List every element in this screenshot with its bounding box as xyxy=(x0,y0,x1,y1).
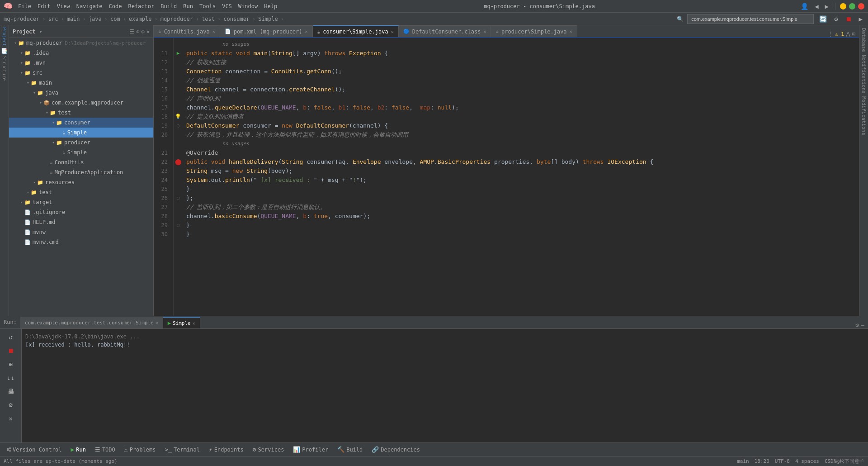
tree-item[interactable]: ▾📁producer xyxy=(9,138,153,147)
tab-consumer-simple[interactable]: ☕ consumer\Simple.java ✕ xyxy=(313,25,399,37)
tree-item[interactable]: ▾📁.idea xyxy=(9,48,153,58)
tab-default-consumer[interactable]: 🔵 DefaultConsumer.class ✕ xyxy=(399,25,491,37)
bulb-gutter-icon[interactable]: 💡 xyxy=(175,112,181,121)
tab-close-connutils[interactable]: ✕ xyxy=(212,29,215,34)
locate-icon[interactable]: ⊕ xyxy=(136,29,139,35)
menu-vcs[interactable]: VCS xyxy=(219,2,235,10)
sidebar-icon-bookmark[interactable]: 📑 xyxy=(1,48,8,54)
breadcrumb-java[interactable]: java xyxy=(89,16,102,22)
bottom-tool-todo[interactable]: ☰ TODO xyxy=(91,445,119,454)
tab-overflow-icon[interactable]: ⋮ xyxy=(828,31,833,37)
tree-item[interactable]: ☕Simple xyxy=(9,147,153,157)
rerun-button[interactable]: ↺ xyxy=(5,331,17,343)
run-tab-full-close[interactable]: ✕ xyxy=(156,320,158,325)
bp-candidate-icon[interactable]: ○ xyxy=(177,194,180,203)
tree-item[interactable]: ▾📁java xyxy=(9,88,153,98)
project-tree[interactable]: ▾📁mq-producerD:\IdeaProjects\mq-producer… xyxy=(9,38,153,316)
tab-close-producer-simple[interactable]: ✕ xyxy=(570,29,572,34)
tree-item[interactable]: ☕Simple xyxy=(9,128,153,138)
forward-icon[interactable]: ▶ xyxy=(823,2,830,11)
menu-navigate[interactable]: Navigate xyxy=(74,2,105,10)
bottom-tool-endpoints[interactable]: ⚡ Endpoints xyxy=(205,445,247,454)
tree-item[interactable]: 📄mvnw xyxy=(9,227,153,237)
run-panel-settings-icon[interactable]: ⚙ xyxy=(855,322,859,328)
right-sidebar-modifications[interactable]: Modifications xyxy=(860,95,868,136)
stop-icon[interactable]: ⏹ xyxy=(844,14,854,24)
breadcrumb-com[interactable]: com xyxy=(110,16,120,22)
bottom-tool-terminal[interactable]: >_ Terminal xyxy=(161,445,203,454)
tab-actions[interactable]: ⋮ ⚠ 1 ⋀ ⊞ xyxy=(828,31,859,37)
settings-icon[interactable]: ⚙ xyxy=(142,29,145,35)
status-indent[interactable]: 4 spaces xyxy=(795,458,819,464)
tree-item[interactable]: ▾📁main xyxy=(9,78,153,88)
account-icon[interactable]: 👤 xyxy=(799,2,810,11)
tree-item[interactable]: 📄.gitignore xyxy=(9,207,153,217)
tree-item[interactable]: ▾📁consumer xyxy=(9,118,153,128)
tree-item[interactable]: ▾📁test xyxy=(9,187,153,197)
refresh-icon[interactable]: 🔄 xyxy=(817,14,829,24)
menu-window[interactable]: Window xyxy=(236,2,260,10)
run-panel-minimize-icon[interactable]: — xyxy=(861,322,864,328)
close-panel-icon[interactable]: ✕ xyxy=(146,29,150,35)
tab-connutils[interactable]: ☕ ConnUtils.java ✕ xyxy=(154,25,220,37)
sidebar-icon-project[interactable]: Project xyxy=(2,27,7,46)
menu-code[interactable]: Code xyxy=(106,2,125,10)
sidebar-icon-structure[interactable]: Structure xyxy=(2,56,7,81)
settings-run-button[interactable]: ⚙ xyxy=(5,399,17,411)
layout-icon[interactable]: ⊞ xyxy=(852,31,855,37)
stop-button red[interactable]: ⏹ xyxy=(5,344,17,357)
breadcrumb-main[interactable]: main xyxy=(67,16,80,22)
back-icon[interactable]: ◀ xyxy=(813,2,820,11)
menu-edit[interactable]: Edit xyxy=(35,2,53,10)
close-run-button[interactable]: ✕ xyxy=(5,412,17,425)
restore-button[interactable] xyxy=(849,3,855,10)
bottom-tool-services[interactable]: ⚙ Services xyxy=(249,445,288,454)
bp-candidate-icon[interactable]: ○ xyxy=(177,121,180,130)
run-config-icon[interactable]: ▶ xyxy=(857,14,864,24)
print-button[interactable]: 🖶 xyxy=(5,385,17,398)
tree-item[interactable]: 📄HELP.md xyxy=(9,217,153,227)
tab-close-consumer-simple[interactable]: ✕ xyxy=(391,29,394,34)
breadcrumb-mqproducer[interactable]: mqproducer xyxy=(160,16,193,22)
collapse-all-icon[interactable]: ☰ xyxy=(129,29,134,35)
nav-search-input[interactable] xyxy=(687,14,814,24)
right-sidebar-database[interactable]: Database xyxy=(860,27,868,53)
minimize-button[interactable] xyxy=(840,3,846,10)
search-icon[interactable]: 🔍 xyxy=(677,16,684,22)
menu-help[interactable]: Help xyxy=(261,2,280,10)
bp-candidate-icon[interactable]: ○ xyxy=(177,221,180,230)
code-editor[interactable]: 1112131415161718192021222324252627282930… xyxy=(154,38,859,316)
run-gutter-icon[interactable]: ▶ xyxy=(177,49,180,58)
scroll-to-end-button[interactable]: ↓↓ xyxy=(5,371,17,384)
bottom-tool-version-control[interactable]: ⑆ Version Control xyxy=(4,445,65,454)
tree-item[interactable]: ☕MqProducerApplication xyxy=(9,167,153,177)
menu-file[interactable]: File xyxy=(15,2,34,10)
breakpoint-icon[interactable]: ⬤ xyxy=(175,157,182,166)
breadcrumb-mq-producer[interactable]: mq-producer xyxy=(4,16,39,22)
menu-tools[interactable]: Tools xyxy=(197,2,218,10)
bottom-tool-problems[interactable]: ⚠ Problems xyxy=(121,445,160,454)
expand-icon[interactable]: ⋀ xyxy=(846,31,850,37)
status-encoding[interactable]: UTF-8 xyxy=(775,458,790,464)
menu-view[interactable]: View xyxy=(54,2,73,10)
bottom-tool-build[interactable]: 🔨 Build xyxy=(334,445,366,454)
close-button[interactable] xyxy=(858,3,864,10)
run-panel-actions[interactable]: ⚙ — xyxy=(855,322,868,328)
menu-refactor[interactable]: Refactor xyxy=(125,2,157,10)
tree-item[interactable]: ▾📁mq-producerD:\IdeaProjects\mq-producer xyxy=(9,38,153,48)
tree-item[interactable]: ▾📁resources xyxy=(9,177,153,187)
breadcrumb-example[interactable]: example xyxy=(129,16,152,22)
tree-item[interactable]: ▾📁src xyxy=(9,68,153,78)
menu-run[interactable]: Run xyxy=(180,2,196,10)
tab-pom[interactable]: 📄 pom.xml (mq-producer) ✕ xyxy=(220,25,313,37)
breadcrumb-src[interactable]: src xyxy=(48,16,58,22)
breadcrumb-test[interactable]: test xyxy=(202,16,215,22)
tree-item[interactable]: ▾📁.mvn xyxy=(9,58,153,68)
tab-close-default-consumer[interactable]: ✕ xyxy=(483,29,486,34)
window-controls[interactable]: 👤 ◀ ▶ xyxy=(799,2,864,11)
tree-item[interactable]: 📄mvnw.cmd xyxy=(9,237,153,247)
tree-item[interactable]: ▾📦com.example.mqproducer xyxy=(9,98,153,108)
menu-build[interactable]: Build xyxy=(158,2,179,10)
bottom-tool-run[interactable]: ▶ Run xyxy=(67,445,90,454)
tree-item[interactable]: ☕ConnUtils xyxy=(9,157,153,167)
